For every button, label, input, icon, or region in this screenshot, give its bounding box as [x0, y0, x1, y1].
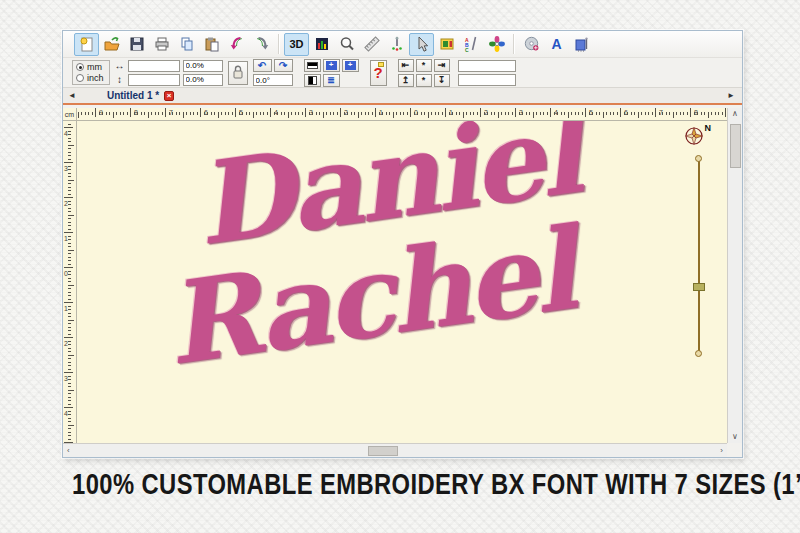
- redo-arrow-icon: [253, 35, 271, 53]
- text-tool-button[interactable]: A: [544, 33, 569, 56]
- ruler-tick: [193, 112, 194, 115]
- three-d-view-button[interactable]: 3D: [284, 33, 309, 56]
- width-percent-input[interactable]: [183, 60, 223, 72]
- measure-tool-button[interactable]: [359, 33, 384, 56]
- ruler-tick: [64, 407, 73, 408]
- ruler-tick: [435, 112, 436, 115]
- stitch-chart-button[interactable]: [309, 33, 334, 56]
- tab-scroll-right-button[interactable]: ►: [722, 91, 740, 100]
- align-right-button[interactable]: ⇥: [434, 59, 450, 72]
- align-bottom-icon: ↧: [438, 76, 446, 85]
- position-y-input[interactable]: [458, 74, 516, 86]
- ruler-tick: [564, 112, 565, 115]
- ruler-tick: [120, 112, 121, 115]
- unit-inch-radio[interactable]: inch: [76, 73, 104, 83]
- help-button[interactable]: ?: [370, 60, 387, 86]
- scroll-up-arrow[interactable]: ∧: [732, 110, 738, 118]
- ruler-tick: [68, 428, 71, 429]
- stitch-order-button[interactable]: ≣: [323, 74, 340, 87]
- new-file-button[interactable]: [74, 33, 99, 56]
- ruler-tick: [571, 112, 572, 115]
- ruler-tick: [68, 435, 71, 436]
- unit-mm-radio[interactable]: mm: [76, 62, 104, 72]
- caption-text: 100% CUSTOMABLE EMBROIDERY BX FONT WITH …: [72, 468, 728, 501]
- width-input[interactable]: [128, 60, 180, 72]
- ruler-tick: [421, 112, 422, 115]
- flip-vertical-button[interactable]: [304, 59, 321, 72]
- height-percent-input[interactable]: [183, 74, 223, 86]
- design-canvas[interactable]: Daniel Rachel N: [77, 121, 727, 443]
- slider-handle[interactable]: [693, 283, 705, 291]
- ruler-tick: [606, 112, 607, 115]
- center-design-button[interactable]: +: [323, 59, 340, 72]
- save-button[interactable]: [124, 33, 149, 56]
- ruler-tick: [68, 309, 71, 310]
- redo-button[interactable]: [249, 33, 274, 56]
- undo-button[interactable]: [224, 33, 249, 56]
- notes-button[interactable]: [569, 33, 594, 56]
- ruler-tick: [68, 390, 74, 391]
- zoom-tool-button[interactable]: [334, 33, 359, 56]
- slider-top-node[interactable]: [695, 155, 702, 162]
- properties-button[interactable]: [434, 33, 459, 56]
- ruler-tick: [722, 112, 723, 115]
- angle-input[interactable]: [253, 74, 293, 86]
- ruler-tick: [463, 112, 464, 118]
- rotate-left-button[interactable]: ↶: [253, 59, 272, 72]
- design-library-button[interactable]: [519, 33, 544, 56]
- ruler-tick: [68, 250, 74, 251]
- align-bottom-button[interactable]: ↧: [434, 74, 450, 87]
- vertical-scroll-thumb[interactable]: [730, 124, 741, 168]
- align-center-h-button[interactable]: *: [416, 59, 432, 72]
- needle-abc-icon: ABC: [463, 35, 481, 53]
- align-left-button[interactable]: ⇤: [398, 59, 414, 72]
- ruler-tick: [452, 112, 453, 115]
- flip-horizontal-button[interactable]: [304, 74, 321, 87]
- paste-button[interactable]: [199, 33, 224, 56]
- ruler-tick: [68, 208, 71, 209]
- align-center-h-icon: *: [422, 61, 426, 70]
- ruler-tick: [487, 112, 488, 115]
- ruler-tick: [456, 112, 457, 115]
- ruler-tick: [68, 201, 71, 202]
- position-x-input[interactable]: [458, 60, 516, 72]
- ruler-tick: [109, 112, 110, 115]
- horizontal-scrollbar[interactable]: ‹ ›: [63, 443, 727, 457]
- horizontal-scroll-thumb[interactable]: [368, 446, 398, 456]
- ruler-tick: [68, 439, 71, 440]
- tab-close-button[interactable]: ×: [164, 91, 174, 101]
- tab-scroll-left-button[interactable]: ◄: [63, 91, 81, 100]
- align-top-button[interactable]: ↥: [398, 74, 414, 87]
- ruler-tick: [68, 187, 71, 188]
- scroll-right-arrow[interactable]: ›: [720, 447, 723, 455]
- ruler-tick: [68, 386, 71, 387]
- copy-button[interactable]: [174, 33, 199, 56]
- slider-track: [698, 161, 700, 351]
- needle-threader-icon: [388, 35, 406, 53]
- ruler-tick: [68, 299, 71, 300]
- rotate-right-button[interactable]: ↷: [274, 59, 293, 72]
- lock-aspect-button[interactable]: [228, 61, 248, 85]
- fit-hoop-button[interactable]: +: [342, 59, 359, 72]
- slider-bottom-node[interactable]: [695, 350, 702, 357]
- scroll-left-arrow[interactable]: ‹: [67, 447, 70, 455]
- print-button[interactable]: [149, 33, 174, 56]
- toolbar-separator: [513, 34, 515, 54]
- open-file-button[interactable]: [99, 33, 124, 56]
- lettering-button[interactable]: ABC: [459, 33, 484, 56]
- ruler-tick: [298, 112, 299, 115]
- select-tool-button[interactable]: [409, 33, 434, 56]
- stitch-simulator-button[interactable]: [384, 33, 409, 56]
- ruler-tick: [365, 112, 366, 115]
- ruler-tick: [130, 108, 131, 117]
- merge-design-button[interactable]: [484, 33, 509, 56]
- cursor-arrow-icon: [413, 35, 431, 53]
- ruler-tick: [232, 112, 233, 115]
- align-center-v-button[interactable]: *: [416, 74, 432, 87]
- ruler-tick: [172, 112, 173, 115]
- height-input[interactable]: [128, 74, 180, 86]
- note-needle-icon: [573, 35, 591, 53]
- document-tab[interactable]: Untitled 1 * ×: [81, 88, 182, 103]
- scroll-down-arrow[interactable]: ∨: [732, 433, 738, 441]
- vertical-scrollbar[interactable]: ∧ ∨: [727, 108, 742, 443]
